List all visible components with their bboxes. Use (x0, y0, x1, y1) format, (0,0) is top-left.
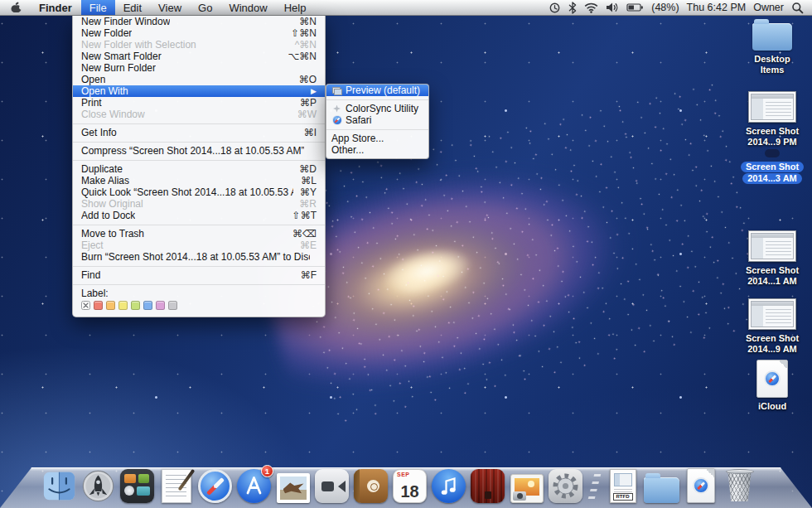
photo-booth-icon (471, 469, 505, 503)
desktop-icon-screenshot-9am[interactable]: Screen Shot 2014...9 AM (737, 298, 807, 355)
dock-item-system-preferences[interactable] (548, 467, 583, 503)
dock-item-textedit[interactable] (158, 467, 194, 503)
submenu-item-colorsync-utility[interactable]: ColorSync Utility (326, 103, 428, 114)
safari-icon (198, 469, 232, 503)
system-preferences-icon (549, 469, 582, 503)
submenu-arrow-icon: ▶ (304, 85, 317, 97)
menu-bar-clock[interactable]: Thu 6:42 PM (687, 2, 747, 13)
menu-item-duplicate[interactable]: Duplicate⌘D (73, 163, 325, 175)
facetime-icon (315, 469, 349, 503)
menu-window[interactable]: Window (220, 0, 275, 15)
desktop-icon-screenshot-9pm[interactable]: Screen Shot 2014...9 PM (737, 91, 807, 148)
menu-item-move-to-trash[interactable]: Move to Trash⌘⌫ (73, 228, 325, 239)
menu-go[interactable]: Go (190, 0, 220, 15)
label-none-x-icon[interactable] (81, 301, 90, 310)
menu-item-show-original: Show Original⌘R (73, 198, 325, 210)
dock-item-launchpad[interactable] (80, 467, 116, 503)
desktop-icon-icloud[interactable]: iCloud (737, 360, 807, 412)
battery-percent[interactable]: (48%) (651, 2, 679, 13)
safari-compass-icon (693, 477, 709, 494)
dock-separator (585, 474, 603, 502)
menu-item-find[interactable]: Find⌘F (73, 269, 325, 281)
menu-item-get-info[interactable]: Get Info⌘I (73, 127, 325, 138)
submenu-item-other[interactable]: Other... (326, 144, 428, 156)
safari-compass-icon (764, 370, 781, 387)
menu-item-quick-look[interactable]: Quick Look “Screen Shot 2014...18 at 10.… (73, 186, 325, 198)
menu-item-new-folder[interactable]: New Folder⇧⌘N (73, 27, 325, 39)
menu-item-compress[interactable]: Compress “Screen Shot 2014...18 at 10.05… (73, 145, 325, 157)
battery-icon[interactable] (626, 2, 644, 12)
safari-icon (331, 115, 342, 126)
wifi-icon[interactable] (584, 2, 598, 13)
desktop-icon-screenshot-3am-selected[interactable]: Screen Shot 2014...3 AM (737, 149, 807, 185)
trash-icon (723, 467, 756, 503)
menu-item-open[interactable]: Open⌘O (73, 74, 325, 85)
menu-item-open-with[interactable]: Open With▶ (73, 85, 325, 97)
label-blue[interactable] (143, 301, 152, 310)
menu-separator (73, 138, 325, 145)
dock-item-facetime[interactable] (314, 467, 350, 503)
menu-file[interactable]: File (81, 0, 115, 15)
menu-item-close-window: Close Window⌘W (73, 109, 325, 120)
submenu-item-safari[interactable]: Safari (326, 114, 428, 126)
apple-menu[interactable] (0, 0, 30, 15)
label-purple[interactable] (156, 301, 165, 310)
menu-view[interactable]: View (150, 0, 190, 15)
folder-icon (752, 23, 792, 51)
desktop-icon-desktop-items[interactable]: Desktop Items (737, 23, 807, 75)
dock-item-safari[interactable] (197, 467, 233, 503)
menu-edit[interactable]: Edit (115, 0, 150, 15)
screenshot-thumbnail-icon (748, 298, 796, 330)
menu-help[interactable]: Help (276, 0, 315, 15)
time-machine-icon[interactable] (549, 2, 561, 14)
submenu-item-preview[interactable]: Preview (default) (326, 85, 428, 96)
dock: 1 SEP 18 (41, 467, 757, 503)
dock-item-photo-booth[interactable] (470, 467, 505, 503)
menu-separator (73, 221, 325, 228)
label-yellow[interactable] (118, 301, 128, 310)
label-swatches (81, 299, 317, 312)
menu-item-new-burn-folder[interactable]: New Burn Folder (73, 62, 325, 74)
calendar-day: 18 (394, 482, 426, 501)
menu-item-burn-to-disc[interactable]: Burn “Screen Shot 2014...18 at 10.05.53 … (73, 251, 325, 263)
dock-item-folder[interactable] (644, 467, 679, 503)
app-store-badge: 1 (261, 465, 273, 477)
dock-item-address-book[interactable] (353, 467, 389, 503)
menu-separator (326, 96, 428, 103)
dock-item-finder[interactable] (41, 467, 77, 503)
label-red[interactable] (94, 301, 103, 310)
dock-item-iphoto[interactable] (509, 467, 544, 503)
app-menu-finder[interactable]: Finder (30, 0, 81, 15)
file-menu-panel: New Finder Window⌘N New Folder⇧⌘N New Fo… (72, 16, 326, 317)
menu-item-new-finder-window[interactable]: New Finder Window⌘N (73, 16, 325, 27)
dock-item-app-store[interactable]: 1 (236, 467, 272, 503)
user-menu[interactable]: Owner (753, 2, 784, 13)
dock-item-mail[interactable] (275, 467, 311, 503)
spotlight-icon[interactable] (791, 2, 804, 14)
ical-icon: SEP 18 (393, 469, 427, 503)
submenu-item-app-store[interactable]: App Store... (326, 133, 428, 144)
icloud-webloc-icon (756, 360, 788, 398)
textedit-icon (162, 469, 191, 503)
dock-item-trash[interactable] (722, 467, 757, 503)
volume-icon[interactable] (606, 2, 619, 13)
desktop-icon-screenshot-1am[interactable]: Screen Shot 2014...1 AM (737, 230, 807, 287)
dock-item-itunes[interactable] (431, 467, 466, 503)
menu-item-new-smart-folder[interactable]: New Smart Folder⌥⌘N (73, 51, 325, 62)
label-green[interactable] (131, 301, 140, 310)
menu-item-label: Label: (73, 288, 325, 314)
menu-separator (73, 281, 325, 288)
menu-item-print[interactable]: Print⌘P (73, 97, 325, 109)
dock-item-icloud-document[interactable] (683, 467, 718, 503)
colorsync-icon (331, 104, 342, 114)
bluetooth-icon[interactable] (568, 2, 577, 14)
open-with-submenu: Preview (default) ColorSync Utility Safa… (326, 84, 429, 159)
label-gray[interactable] (168, 301, 177, 310)
dock-item-ical[interactable]: SEP 18 (392, 467, 428, 503)
dock-item-rtfd-document[interactable]: RTFD (605, 467, 640, 503)
menu-item-eject: Eject⌘E (73, 239, 325, 251)
label-orange[interactable] (106, 301, 115, 310)
menu-item-add-to-dock[interactable]: Add to Dock⇧⌘T (73, 210, 325, 221)
dock-item-dashboard[interactable] (119, 467, 155, 503)
menu-item-make-alias[interactable]: Make Alias⌘L (73, 175, 325, 186)
